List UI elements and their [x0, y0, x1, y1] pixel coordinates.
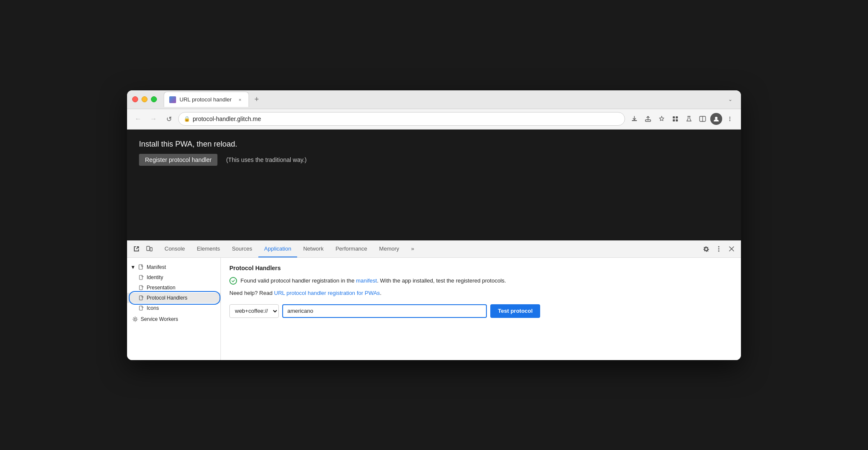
device-toolbar-button[interactable]	[143, 243, 155, 255]
manifest-section: ▼ Manifest Identity Presentation P	[127, 261, 220, 314]
splitscreen-icon[interactable]	[697, 113, 709, 125]
address-text: protocol-handler.glitch.me	[193, 115, 619, 122]
svg-rect-12	[147, 246, 150, 251]
doc-icon	[139, 295, 144, 300]
download-icon[interactable]	[628, 113, 640, 125]
sidebar-item-service-workers-label: Service Workers	[141, 316, 178, 322]
tab-dropdown-button[interactable]: ⌄	[725, 95, 736, 104]
lock-icon: 🔒	[184, 116, 190, 122]
devtools-panel: Console Elements Sources Application Net…	[127, 240, 741, 360]
devtools-tab-bar: Console Elements Sources Application Net…	[127, 241, 741, 258]
protocol-input[interactable]	[282, 304, 487, 318]
tab-close-button[interactable]: ×	[237, 96, 243, 103]
traffic-lights	[132, 96, 157, 102]
share-icon[interactable]	[642, 113, 654, 125]
devtools-sidebar: ▼ Manifest Identity Presentation P	[127, 258, 221, 360]
devtools-body: ▼ Manifest Identity Presentation P	[127, 258, 741, 360]
sidebar-item-presentation[interactable]: Presentation	[127, 283, 220, 293]
tab-bar: URL protocol handler × + ⌄	[164, 90, 736, 109]
doc-icon	[139, 285, 144, 290]
tab-network[interactable]: Network	[297, 241, 330, 257]
sidebar-item-protocol-handlers-label: Protocol Handlers	[147, 295, 187, 301]
new-tab-button[interactable]: +	[251, 93, 263, 105]
protocol-select[interactable]: web+coffee://	[229, 304, 279, 318]
tab-application[interactable]: Application	[258, 241, 298, 257]
page-content: Install this PWA, then reload. Register …	[127, 130, 741, 240]
pwa-install-message: Install this PWA, then reload.	[139, 140, 729, 149]
devtools-settings-button[interactable]	[700, 243, 712, 255]
sidebar-item-protocol-handlers[interactable]: Protocol Handlers	[127, 293, 220, 303]
svg-rect-4	[673, 119, 675, 121]
test-protocol-button[interactable]: Test protocol	[490, 304, 540, 318]
svg-rect-13	[150, 248, 152, 251]
status-text: Found valid protocol handler registratio…	[240, 277, 356, 284]
svg-rect-17	[139, 265, 142, 269]
expand-arrow-icon: ▼	[130, 264, 136, 270]
inspector-button[interactable]	[130, 243, 142, 255]
devtools-inspect-icons	[130, 243, 155, 255]
panel-title: Protocol Handlers	[229, 265, 732, 271]
doc-icon	[139, 306, 144, 311]
tab-performance[interactable]: Performance	[330, 241, 373, 257]
protocol-status-message: Found valid protocol handler registratio…	[229, 277, 732, 285]
active-tab[interactable]: URL protocol handler ×	[164, 92, 249, 107]
devtools-more-button[interactable]	[713, 243, 725, 255]
svg-rect-0	[632, 120, 637, 121]
help-text: Need help? Read URL protocol handler reg…	[229, 289, 732, 297]
tab-favicon	[169, 96, 176, 103]
back-button[interactable]: ←	[132, 113, 144, 125]
address-bar-input[interactable]: 🔒 protocol-handler.glitch.me	[178, 112, 625, 126]
traditional-note: (This uses the traditional way.)	[226, 156, 307, 163]
sidebar-item-icons-label: Icons	[147, 305, 159, 311]
svg-point-11	[729, 120, 730, 121]
tab-sources[interactable]: Sources	[226, 241, 258, 257]
tab-console[interactable]: Console	[159, 241, 191, 257]
svg-rect-1	[645, 120, 651, 121]
devtools-right-icons	[700, 243, 738, 255]
manifest-link[interactable]: manifest	[356, 277, 377, 284]
address-bar: ← → ↺ 🔒 protocol-handler.glitch.me	[127, 109, 741, 130]
tab-title: URL protocol handler	[179, 96, 233, 103]
tab-memory[interactable]: Memory	[373, 241, 405, 257]
devtools-close-button[interactable]	[726, 243, 738, 255]
svg-point-10	[729, 118, 730, 119]
help-link[interactable]: URL protocol handler registration for PW…	[274, 290, 380, 296]
title-bar: URL protocol handler × + ⌄	[127, 90, 741, 109]
minimize-button[interactable]	[142, 96, 148, 102]
tab-elements[interactable]: Elements	[191, 241, 226, 257]
sidebar-item-presentation-label: Presentation	[147, 285, 175, 291]
file-icon	[138, 264, 144, 270]
labs-icon[interactable]	[683, 113, 695, 125]
svg-point-9	[729, 117, 730, 118]
sidebar-item-identity[interactable]: Identity	[127, 272, 220, 283]
sidebar-item-service-workers[interactable]: Service Workers	[127, 314, 220, 324]
devtools-main-panel: Protocol Handlers Found valid protocol h…	[221, 258, 741, 360]
test-protocol-row: web+coffee:// Test protocol	[229, 304, 732, 318]
register-protocol-handler-button[interactable]: Register protocol handler	[139, 154, 217, 166]
maximize-button[interactable]	[151, 96, 157, 102]
sidebar-item-icons[interactable]: Icons	[127, 303, 220, 313]
sidebar-item-identity-label: Identity	[147, 274, 163, 280]
toolbar-icons	[628, 113, 736, 125]
browser-window: URL protocol handler × + ⌄ ← → ↺ 🔒 proto…	[127, 90, 741, 360]
svg-point-22	[134, 318, 136, 320]
svg-point-8	[715, 117, 718, 119]
extensions-icon[interactable]	[669, 113, 681, 125]
sidebar-manifest-group[interactable]: ▼ Manifest	[127, 262, 220, 272]
forward-button[interactable]: →	[148, 113, 159, 125]
svg-point-16	[718, 251, 720, 252]
doc-icon	[139, 275, 144, 280]
status-text2: . With the app installed, test the regis…	[377, 277, 506, 284]
manifest-label: Manifest	[147, 264, 166, 270]
svg-rect-2	[673, 116, 675, 118]
gear-icon	[132, 316, 138, 322]
svg-point-15	[718, 248, 720, 250]
star-icon[interactable]	[656, 113, 668, 125]
chrome-menu-icon[interactable]	[724, 113, 736, 125]
reload-button[interactable]: ↺	[163, 113, 175, 125]
check-circle-icon	[229, 277, 237, 285]
svg-rect-5	[676, 119, 678, 121]
profile-avatar[interactable]	[710, 113, 722, 125]
close-button[interactable]	[132, 96, 138, 102]
tab-more[interactable]: »	[405, 241, 420, 257]
